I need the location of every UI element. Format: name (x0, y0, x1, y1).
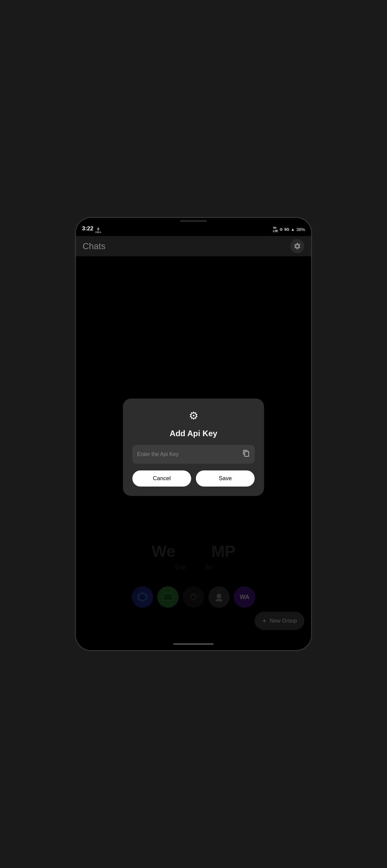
network-icon: 5G (284, 227, 289, 231)
status-bar: 3:22 0 KB/s VoLTE ⊙ 5G ▲ 38% (76, 223, 311, 236)
notch-area (76, 218, 311, 223)
status-time: 3:22 (82, 225, 93, 232)
status-data: 0 KB/s (95, 228, 101, 234)
phone-frame: 3:22 0 KB/s VoLTE ⊙ 5G ▲ 38% Chats We (75, 217, 312, 651)
signal-icon: ▲ (291, 227, 295, 231)
battery-text: 38% (296, 227, 305, 232)
add-api-key-dialog: ⚙ Add Api Key Cancel Save (123, 399, 264, 496)
main-content: We MP Exp lin (76, 256, 311, 638)
bottom-bar (76, 638, 311, 650)
home-indicator (173, 643, 214, 645)
status-left: 3:22 0 KB/s (82, 225, 101, 234)
dialog-overlay: ⚙ Add Api Key Cancel Save (76, 256, 311, 638)
save-button[interactable]: Save (196, 470, 255, 487)
volte-icon: VoLTE (273, 226, 278, 233)
dialog-gear-icon: ⚙ (189, 409, 199, 422)
gear-icon (294, 242, 301, 250)
api-key-input[interactable] (137, 451, 239, 457)
api-key-input-container (132, 445, 255, 464)
status-data-num: 0 (97, 228, 99, 231)
cancel-button[interactable]: Cancel (132, 470, 191, 487)
clipboard-icon[interactable] (242, 450, 250, 459)
status-right: VoLTE ⊙ 5G ▲ 38% (273, 226, 305, 233)
page-title: Chats (83, 241, 106, 251)
dialog-buttons: Cancel Save (132, 470, 255, 487)
settings-button[interactable] (290, 239, 304, 253)
status-data-label: KB/s (95, 231, 101, 234)
dialog-title: Add Api Key (170, 429, 217, 438)
notch-pill (180, 220, 207, 222)
app-header: Chats (76, 236, 311, 256)
wifi-icon: ⊙ (279, 227, 282, 232)
